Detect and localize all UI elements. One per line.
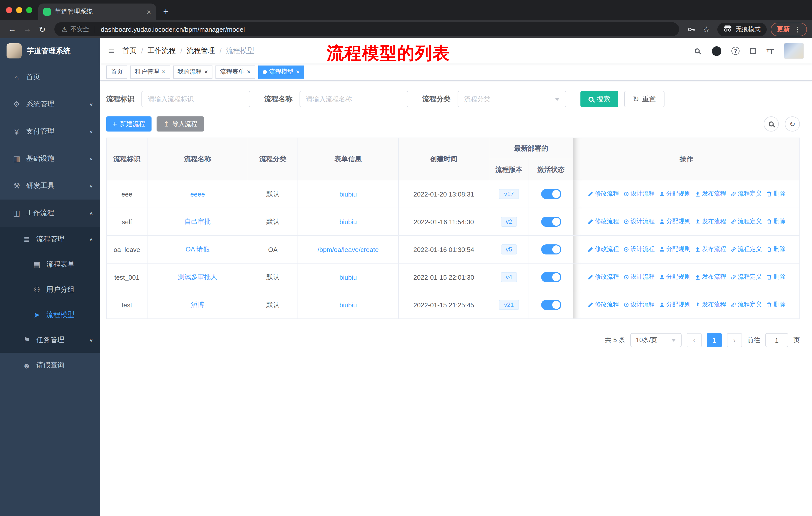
sidebar-item[interactable]: ⚑任务管理∨	[0, 328, 100, 353]
sidebar-item[interactable]: ⚙系统管理∨	[0, 91, 100, 118]
minimize-window-button[interactable]	[16, 7, 22, 13]
sidebar-item[interactable]: ➤流程模型	[0, 302, 100, 328]
action-edit-process[interactable]: 修改流程	[587, 301, 619, 309]
active-status-toggle[interactable]	[541, 272, 561, 282]
active-status-toggle[interactable]	[541, 217, 561, 227]
view-tag[interactable]: 流程表单×	[215, 65, 255, 78]
action-edit-process[interactable]: 修改流程	[587, 245, 619, 254]
goto-page-input[interactable]	[765, 333, 788, 347]
search-icon[interactable]	[692, 45, 703, 56]
search-button[interactable]: 搜索	[580, 91, 618, 107]
browser-tab[interactable]: 芋道管理系统 ×	[38, 3, 156, 20]
tag-close-icon[interactable]: ×	[162, 69, 165, 75]
view-tag[interactable]: 租户管理×	[130, 65, 170, 78]
tag-close-icon[interactable]: ×	[204, 69, 208, 75]
breadcrumb-item[interactable]: 首页	[123, 46, 137, 55]
process-name-link[interactable]: eeee	[190, 190, 205, 198]
form-info-link[interactable]: /bpm/oa/leave/create	[318, 246, 379, 253]
action-publish-process[interactable]: 发布流程	[694, 190, 726, 198]
sidebar-item[interactable]: ▥基础设施∨	[0, 145, 100, 172]
action-process-definition[interactable]: 流程定义	[730, 190, 762, 198]
back-button[interactable]: ←	[5, 22, 19, 36]
view-tag[interactable]: 首页	[106, 65, 127, 78]
view-tag[interactable]: 流程模型×	[258, 65, 304, 78]
action-design-process[interactable]: 设计流程	[623, 301, 655, 309]
action-process-definition[interactable]: 流程定义	[730, 273, 762, 281]
github-icon[interactable]	[711, 45, 722, 56]
process-name-link[interactable]: 测试多审批人	[178, 273, 217, 281]
category-select[interactable]: 流程分类	[458, 91, 566, 107]
page-number-button[interactable]: 1	[707, 333, 722, 347]
zoom-window-button[interactable]	[26, 7, 32, 13]
next-page-button[interactable]: ›	[727, 333, 742, 347]
password-key-icon[interactable]	[684, 22, 698, 36]
update-button[interactable]: 更新 ⋮	[771, 22, 807, 36]
refresh-table-button[interactable]: ↻	[785, 116, 800, 132]
font-size-icon[interactable]: TT	[765, 45, 776, 56]
reload-button[interactable]: ↻	[35, 22, 49, 36]
action-delete[interactable]: 删除	[766, 301, 786, 309]
address-bar[interactable]: ⚠ 不安全 dashboard.yudao.iocoder.cn/bpm/man…	[54, 22, 679, 36]
close-window-button[interactable]	[6, 7, 12, 13]
action-edit-process[interactable]: 修改流程	[587, 273, 619, 281]
action-design-process[interactable]: 设计流程	[623, 273, 655, 281]
action-process-definition[interactable]: 流程定义	[730, 217, 762, 226]
action-process-definition[interactable]: 流程定义	[730, 301, 762, 309]
active-status-toggle[interactable]	[541, 189, 561, 199]
form-info-link[interactable]: biubiu	[339, 273, 357, 281]
import-process-button[interactable]: ↥ 导入流程	[156, 116, 204, 132]
action-delete[interactable]: 删除	[766, 190, 786, 198]
process-name-input[interactable]	[299, 91, 408, 107]
create-process-button[interactable]: + 新建流程	[106, 116, 151, 132]
action-publish-process[interactable]: 发布流程	[694, 301, 726, 309]
action-publish-process[interactable]: 发布流程	[694, 245, 726, 254]
active-status-toggle[interactable]	[541, 244, 561, 254]
user-avatar[interactable]	[784, 43, 804, 59]
form-info-link[interactable]: biubiu	[339, 301, 357, 309]
action-publish-process[interactable]: 发布流程	[694, 217, 726, 226]
forward-button[interactable]: →	[20, 22, 34, 36]
process-name-link[interactable]: 滔博	[191, 301, 204, 308]
action-publish-process[interactable]: 发布流程	[694, 273, 726, 281]
process-name-link[interactable]: OA 请假	[185, 245, 209, 253]
action-assign-rules[interactable]: 分配规则	[659, 245, 690, 254]
sidebar-item[interactable]: ¥支付管理∨	[0, 118, 100, 145]
active-status-toggle[interactable]	[541, 300, 561, 310]
page-size-select[interactable]: 10条/页	[630, 333, 682, 347]
toggle-search-button[interactable]	[764, 116, 779, 132]
action-design-process[interactable]: 设计流程	[623, 217, 655, 226]
tab-close-icon[interactable]: ×	[146, 7, 151, 16]
sidebar-item[interactable]: ⌂首页	[0, 63, 100, 91]
collapse-sidebar-icon[interactable]: ≡	[108, 45, 115, 57]
breadcrumb-item[interactable]: 流程管理	[187, 46, 215, 55]
sidebar-item[interactable]: ⚇用户分组	[0, 277, 100, 302]
action-assign-rules[interactable]: 分配规则	[659, 217, 690, 226]
sidebar-item[interactable]: ◫工作流程∧	[0, 199, 100, 227]
action-assign-rules[interactable]: 分配规则	[659, 301, 690, 309]
new-tab-button[interactable]: +	[163, 6, 169, 17]
menu-kebab-icon[interactable]: ⋮	[794, 25, 801, 33]
tag-close-icon[interactable]: ×	[296, 69, 300, 75]
process-name-link[interactable]: 自己审批	[184, 218, 211, 225]
sidebar-item[interactable]: ⚒研发工具∨	[0, 172, 100, 199]
view-tag[interactable]: 我的流程×	[173, 65, 212, 78]
bookmark-star-icon[interactable]: ☆	[699, 22, 713, 36]
action-delete[interactable]: 删除	[766, 245, 786, 254]
form-info-link[interactable]: biubiu	[339, 190, 357, 198]
action-delete[interactable]: 删除	[766, 217, 786, 226]
action-assign-rules[interactable]: 分配规则	[659, 190, 690, 198]
sidebar-item[interactable]: ≣流程管理∧	[0, 227, 100, 252]
prev-page-button[interactable]: ‹	[687, 333, 702, 347]
action-design-process[interactable]: 设计流程	[623, 190, 655, 198]
process-key-input[interactable]	[141, 91, 250, 107]
action-process-definition[interactable]: 流程定义	[730, 245, 762, 254]
sidebar-item[interactable]: ▤流程表单	[0, 252, 100, 277]
action-design-process[interactable]: 设计流程	[623, 245, 655, 254]
action-assign-rules[interactable]: 分配规则	[659, 273, 690, 281]
action-edit-process[interactable]: 修改流程	[587, 217, 619, 226]
tag-close-icon[interactable]: ×	[247, 69, 251, 75]
action-delete[interactable]: 删除	[766, 273, 786, 281]
breadcrumb-item[interactable]: 工作流程	[147, 46, 176, 55]
help-icon[interactable]: ?	[730, 45, 741, 56]
action-edit-process[interactable]: 修改流程	[587, 190, 619, 198]
